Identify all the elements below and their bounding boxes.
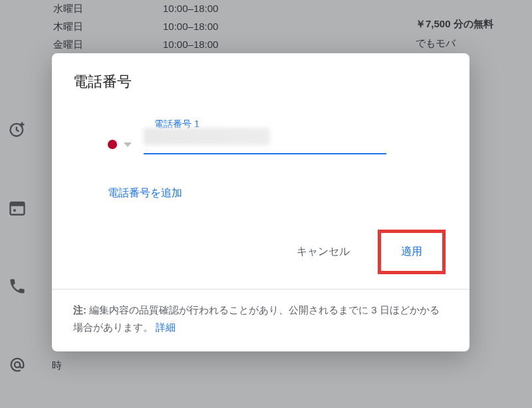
phone-number-dialog: 電話番号 電話番号 1 電話番号を追加 キャンセル 適用 注: 編集内容の品質確… bbox=[52, 53, 469, 351]
dialog-title: 電話番号 bbox=[73, 72, 448, 92]
add-phone-link[interactable]: 電話番号を追加 bbox=[108, 186, 182, 200]
apply-highlight-box: 適用 bbox=[378, 230, 446, 274]
chevron-down-icon bbox=[124, 142, 132, 147]
redacted-value bbox=[144, 128, 270, 145]
dialog-footer-note: 注: 編集内容の品質確認が行われることがあり、公開されるまでに 3 日ほどかかる… bbox=[52, 289, 469, 351]
cancel-button[interactable]: キャンセル bbox=[287, 240, 359, 264]
country-select[interactable] bbox=[108, 140, 132, 149]
details-link[interactable]: 詳細 bbox=[156, 321, 176, 333]
flag-jp-icon bbox=[108, 140, 117, 149]
phone-field-row bbox=[108, 134, 448, 154]
dialog-actions: キャンセル 適用 bbox=[52, 230, 469, 289]
note-label: 注: bbox=[73, 304, 86, 315]
note-body: 編集内容の品質確認が行われることがあり、公開されるまでに 3 日ほどかかる場合が… bbox=[73, 304, 440, 333]
phone-input-wrapper bbox=[144, 134, 386, 154]
apply-button[interactable]: 適用 bbox=[392, 240, 432, 264]
